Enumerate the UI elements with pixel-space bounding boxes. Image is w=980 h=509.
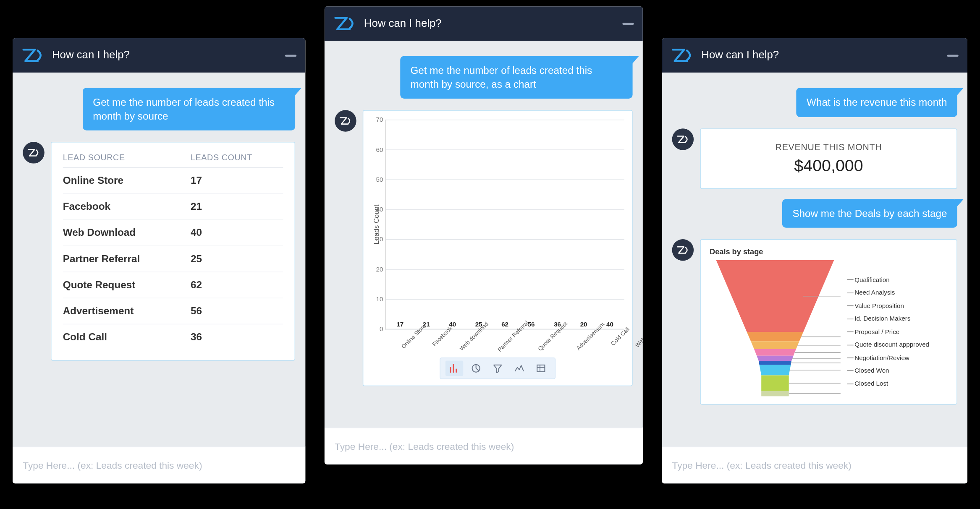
funnel-title: Deals by stage: [710, 248, 948, 256]
chat-input[interactable]: [23, 460, 295, 471]
panel-title: How can I help?: [701, 49, 939, 62]
svg-marker-5: [754, 349, 796, 356]
funnel-stage-label: Value Proposition: [847, 302, 948, 309]
minimize-button[interactable]: [622, 23, 634, 25]
svg-marker-9: [761, 376, 789, 391]
chart-bar: 20: [573, 321, 594, 329]
chart-bar-value: 40: [606, 321, 613, 328]
zia-avatar: [672, 239, 694, 261]
svg-marker-3: [747, 332, 803, 342]
funnel-stage-label: Closed Lost: [847, 380, 948, 387]
user-message: Show me the Deals by each stage: [782, 199, 957, 228]
chart-bar: 17: [389, 321, 410, 329]
kpi-card: REVENUE THIS MONTH $400,000: [700, 128, 957, 189]
funnel-stage-label: Closed Won: [847, 367, 948, 374]
input-footer: [325, 428, 643, 465]
chart-ytick: 40: [369, 206, 383, 213]
zia-panel-mixed: How can I help? What is the revenue this…: [662, 38, 967, 483]
zia-logo: [333, 15, 356, 32]
chart-type-line-icon[interactable]: [511, 361, 528, 376]
chart-type-funnel-icon[interactable]: [489, 361, 506, 376]
chat-input[interactable]: [335, 441, 632, 452]
table-cell-count: 56: [191, 305, 202, 317]
chart-ytick: 30: [369, 236, 383, 243]
panel-title: How can I help?: [52, 49, 278, 62]
chart-type-table-icon[interactable]: [532, 361, 550, 376]
svg-rect-1: [537, 365, 545, 372]
table-cell-count: 17: [191, 175, 202, 186]
user-message: Get me the number of leads created this …: [83, 88, 295, 131]
chart-bar: 62: [494, 321, 515, 329]
user-message: What is the revenue this month: [797, 88, 957, 117]
funnel-stage-label: Id. Decision Makers: [847, 315, 948, 322]
chart-ytick: 60: [369, 146, 383, 153]
chart-ytick: 20: [369, 266, 383, 273]
table-cell-source: Web Download: [63, 227, 191, 238]
table-row: Web Download40: [63, 220, 283, 246]
svg-rect-10: [761, 391, 789, 396]
chat-input[interactable]: [672, 460, 957, 471]
input-footer: [13, 446, 305, 483]
zia-logo: [671, 47, 694, 64]
minimize-button[interactable]: [947, 55, 958, 57]
table-row: Online Store17: [63, 168, 283, 194]
funnel-stage-label: Need Analysis: [847, 289, 948, 296]
zia-avatar: [335, 110, 356, 132]
chart-card: Leads Count 172140256256362040 010203040…: [363, 110, 633, 386]
zia-panel-chart: How can I help? Get me the number of lea…: [325, 6, 643, 465]
table-cell-count: 21: [191, 201, 202, 212]
kpi-label: REVENUE THIS MONTH: [707, 141, 950, 151]
table-header-source: LEAD SOURCE: [63, 153, 191, 162]
table-row: Cold Call36: [63, 324, 283, 350]
chart-bar-value: 17: [396, 321, 404, 328]
zia-logo: [21, 47, 45, 64]
chart-tools: [371, 358, 624, 379]
table-cell-source: Partner Referral: [63, 253, 191, 265]
table-cell-count: 62: [191, 279, 202, 291]
table-cell-source: Quote Request: [63, 279, 191, 291]
table-row: Advertisement56: [63, 298, 283, 324]
panel-header: How can I help?: [13, 38, 305, 73]
table-header-count: LEADS COUNT: [191, 153, 252, 162]
chart-ytick: 50: [369, 176, 383, 183]
chart-bar: 40: [442, 321, 463, 329]
svg-marker-4: [751, 342, 799, 350]
table-cell-source: Cold Call: [63, 332, 191, 343]
svg-marker-7: [759, 361, 791, 365]
table-cell-source: Online Store: [63, 175, 191, 186]
table-row: Quote Request62: [63, 272, 283, 298]
table-cell-source: Facebook: [63, 201, 191, 212]
zia-panel-table: How can I help? Get me the number of lea…: [13, 38, 305, 483]
funnel-stage-label: Negotiation/Review: [847, 354, 948, 361]
chart-bar-value: 20: [580, 321, 587, 328]
kpi-value: $400,000: [707, 156, 950, 175]
funnel-stage-label: Qualification: [847, 276, 948, 283]
table-cell-count: 25: [191, 253, 202, 265]
chart-xlabel: Web Demo: [634, 324, 643, 349]
table-row: Facebook21: [63, 194, 283, 220]
chart-ytick: 70: [369, 116, 383, 123]
user-message: Get me the number of leads created this …: [400, 56, 632, 99]
chart-ytick: 10: [369, 295, 383, 303]
input-footer: [662, 446, 967, 483]
svg-marker-6: [757, 356, 793, 361]
minimize-button[interactable]: [285, 55, 296, 57]
table-cell-count: 40: [191, 227, 202, 238]
zia-avatar: [23, 142, 45, 164]
chart-type-bar-icon[interactable]: [445, 361, 463, 376]
zia-avatar: [672, 128, 694, 150]
funnel-stage-label: Quote discount appproved: [847, 341, 948, 348]
panel-header: How can I help?: [662, 38, 967, 73]
chart-bar-value: 62: [501, 321, 508, 328]
funnel-card: Deals by stage: [700, 239, 957, 405]
funnel-chart: [710, 260, 841, 397]
chart-grid: 172140256256362040 010203040506070: [385, 120, 624, 329]
panel-header: How can I help?: [325, 6, 643, 41]
table-cell-source: Advertisement: [63, 305, 191, 317]
funnel-stage-label: Proposal / Price: [847, 328, 948, 335]
chart-type-pie-icon[interactable]: [467, 361, 485, 376]
table-row: Partner Referral25: [63, 246, 283, 272]
chart-ytick: 0: [369, 326, 383, 333]
panel-title: How can I help?: [364, 17, 615, 30]
table-card: LEAD SOURCE LEADS COUNT Online Store17Fa…: [51, 142, 295, 361]
